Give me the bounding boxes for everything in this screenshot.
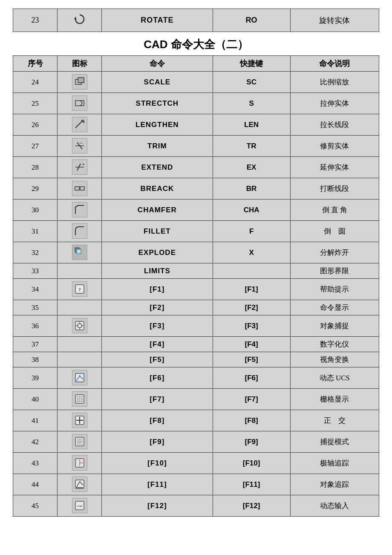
table-row: 34?[F1][F1]帮助提示 [13, 279, 379, 300]
row-description: 拉伸实体 [290, 93, 379, 114]
table-row: 43[F10][F10]极轴追踪 [13, 453, 379, 474]
top-row-icon [58, 9, 102, 32]
table-row: 44[F11][F11]对象追踪 [13, 474, 379, 495]
row-command: STRECTCH [102, 93, 213, 114]
row-shortcut: [F4] [213, 337, 290, 352]
row-description: 极轴追踪 [290, 453, 379, 474]
row-icon [58, 221, 102, 242]
row-icon [58, 263, 102, 279]
row-description: 对象追踪 [290, 474, 379, 495]
table-row: 45+↵[F12][F12]动态输入 [13, 495, 379, 517]
row-shortcut: [F1] [213, 279, 290, 300]
row-description: 帮助提示 [290, 279, 379, 300]
row-shortcut: S [213, 93, 290, 114]
top-row-command: ROTATE [102, 9, 213, 32]
row-command: [F10] [102, 453, 213, 474]
row-icon: ? [58, 279, 102, 300]
row-description: 倒 圆 [290, 221, 379, 242]
row-icon [58, 114, 102, 136]
row-description: 修剪实体 [290, 136, 379, 157]
main-table: 序号 图标 命令 快捷键 命令说明 24SCALESC比例缩放25STRECTC… [13, 55, 379, 517]
header-command: 命令 [102, 56, 213, 72]
table-row: 30CHAMFERCHA倒 直 角 [13, 199, 379, 221]
row-description: 拉长线段 [290, 114, 379, 136]
row-number: 29 [13, 178, 58, 199]
svg-line-7 [75, 121, 82, 128]
rotate-icon [73, 12, 86, 26]
table-row: 38[F5][F5]视角变换 [13, 352, 379, 367]
row-description: 栅格显示 [290, 389, 379, 410]
row-description: 视角变换 [290, 352, 379, 367]
row-description: 数字化仪 [290, 337, 379, 352]
row-number: 42 [13, 431, 58, 453]
row-command: LIMITS [102, 263, 213, 279]
svg-marker-16 [82, 164, 84, 165]
table-row: 42[F9][F9]捕捉模式 [13, 431, 379, 453]
row-command: [F12] [102, 495, 213, 517]
svg-line-19 [75, 205, 78, 207]
row-description: 延伸实体 [290, 157, 379, 178]
row-shortcut: SC [213, 72, 290, 93]
row-command: [F1] [102, 279, 213, 300]
row-description: 分解炸开 [290, 242, 379, 263]
row-description: 对象捕捉 [290, 315, 379, 337]
svg-rect-43 [75, 437, 84, 446]
row-command: EXPLODE [102, 242, 213, 263]
row-shortcut: [F5] [213, 352, 290, 367]
row-shortcut: [F11] [213, 474, 290, 495]
svg-text:?: ? [78, 287, 81, 292]
row-command: FILLET [102, 221, 213, 242]
row-icon [58, 93, 102, 114]
svg-rect-18 [80, 187, 84, 190]
table-row: 25STRECTCHS拉伸实体 [13, 93, 379, 114]
row-shortcut: X [213, 242, 290, 263]
row-icon [58, 337, 102, 352]
row-icon [58, 389, 102, 410]
row-shortcut: [F8] [213, 410, 290, 431]
row-number: 26 [13, 114, 58, 136]
row-number: 32 [13, 242, 58, 263]
svg-marker-0 [74, 17, 77, 19]
row-icon [58, 367, 102, 389]
row-number: 39 [13, 367, 58, 389]
row-icon [58, 199, 102, 221]
row-command: [F4] [102, 337, 213, 352]
row-icon [58, 352, 102, 367]
row-number: 25 [13, 93, 58, 114]
row-number: 40 [13, 389, 58, 410]
table-row: 36[F3][F3]对象捕捉 [13, 315, 379, 337]
row-command: [F6] [102, 367, 213, 389]
row-icon [58, 431, 102, 453]
row-number: 36 [13, 315, 58, 337]
row-command: LENGTHEN [102, 114, 213, 136]
row-number: 28 [13, 157, 58, 178]
row-shortcut: CHA [213, 199, 290, 221]
row-description: 动态 UCS [290, 367, 379, 389]
row-icon [58, 410, 102, 431]
row-command: [F3] [102, 315, 213, 337]
row-shortcut: [F12] [213, 495, 290, 517]
top-row-number: 23 [13, 9, 58, 32]
header-description: 命令说明 [290, 56, 379, 72]
page-title: CAD 命令大全（二） [13, 37, 379, 52]
row-command: CHAMFER [102, 199, 213, 221]
row-icon: +↵ [58, 495, 102, 517]
table-row: 26LENGTHENLEN拉长线段 [13, 114, 379, 136]
header-icon: 图标 [58, 56, 102, 72]
top-row-shortcut: RO [213, 9, 290, 32]
row-shortcut [213, 263, 290, 279]
svg-rect-17 [75, 187, 79, 190]
row-command: EXTEND [102, 157, 213, 178]
row-number: 33 [13, 263, 58, 279]
row-number: 38 [13, 352, 58, 367]
row-shortcut: [F3] [213, 315, 290, 337]
row-icon [58, 474, 102, 495]
row-command: [F9] [102, 431, 213, 453]
top-row-description: 旋转实体 [290, 9, 379, 32]
row-shortcut: EX [213, 157, 290, 178]
row-command: [F2] [102, 300, 213, 315]
row-shortcut: [F7] [213, 389, 290, 410]
row-description: 命令显示 [290, 300, 379, 315]
row-number: 41 [13, 410, 58, 431]
table-row: 39[F6][F6]动态 UCS [13, 367, 379, 389]
